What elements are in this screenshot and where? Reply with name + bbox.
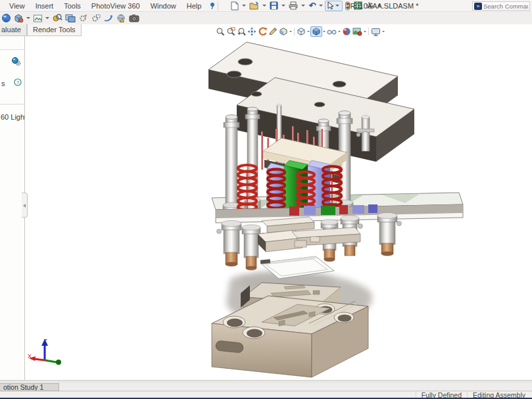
search-input[interactable] xyxy=(483,3,528,10)
new-caret[interactable] xyxy=(242,5,246,7)
menu-bar: View Insert Tools PhotoView 360 Window H… xyxy=(0,0,532,12)
model-exploded-assembly[interactable] xyxy=(208,42,463,377)
print-icon[interactable] xyxy=(287,1,299,11)
pan-icon[interactable] xyxy=(247,26,257,37)
menus: View Insert Tools PhotoView 360 Window H… xyxy=(4,0,206,12)
panel-collapse-handle[interactable] xyxy=(22,193,28,218)
apply-scene-caret[interactable] xyxy=(364,31,366,32)
orientation-triad: Z X xyxy=(28,338,61,365)
preview-window-icon[interactable] xyxy=(64,12,77,24)
tab-evaluate[interactable]: aluate xyxy=(0,24,27,36)
panel-text-fragment: s xyxy=(1,80,5,87)
recall-last-render-globe-icon[interactable] xyxy=(115,12,128,24)
graphics-area[interactable]: aluate Render Tools s ? 60 Lightin xyxy=(0,24,532,380)
view-orientation-icon[interactable] xyxy=(296,26,306,37)
motion-study-tab-bar: otion Study 1 xyxy=(0,383,532,391)
render-options-camera-icon[interactable] xyxy=(128,12,141,24)
search-logo-icon: » xyxy=(474,3,482,10)
edit-decal-caret[interactable] xyxy=(45,17,49,19)
status-bar: Fully Defined Editing Assembly xyxy=(0,391,532,398)
edit-decal-icon[interactable] xyxy=(32,12,44,24)
apply-scene-icon[interactable] xyxy=(352,26,363,37)
help-icon[interactable]: ? xyxy=(14,78,22,86)
pin-icon[interactable] xyxy=(209,2,216,10)
select-cursor-icon xyxy=(327,1,334,10)
menu-photoview-360[interactable]: PhotoView 360 xyxy=(86,0,145,12)
tab-render-tools[interactable]: Render Tools xyxy=(27,24,82,36)
menu-window[interactable]: Window xyxy=(145,0,181,12)
save-icon[interactable] xyxy=(268,1,279,11)
tab-motion-study-1[interactable]: otion Study 1 xyxy=(0,383,59,391)
menu-help[interactable]: Help xyxy=(181,0,207,12)
open-caret[interactable] xyxy=(262,5,266,7)
previous-view-icon[interactable] xyxy=(236,26,247,37)
view-settings-caret[interactable] xyxy=(382,31,385,32)
menu-view[interactable]: View xyxy=(4,0,30,12)
copy-appearance-caret[interactable] xyxy=(26,17,30,19)
save-caret[interactable] xyxy=(281,5,285,7)
schedule-render-swoosh-icon[interactable] xyxy=(102,12,115,24)
select-caret[interactable] xyxy=(335,5,339,7)
integrated-preview-icon[interactable] xyxy=(51,12,64,24)
render-tools-toolbar xyxy=(0,12,532,24)
render-region-gear-icon[interactable] xyxy=(89,12,102,24)
print-caret[interactable] xyxy=(301,5,305,7)
section-caret[interactable] xyxy=(289,31,292,32)
new-document-icon[interactable] xyxy=(230,1,240,11)
document-title: JR010AAA.SLDASM * xyxy=(347,0,418,12)
display-style-caret[interactable] xyxy=(323,31,326,32)
copy-appearance-box-icon[interactable] xyxy=(12,12,25,24)
menu-insert[interactable]: Insert xyxy=(30,0,59,12)
edit-appearance-sphere-icon[interactable] xyxy=(0,12,12,24)
final-render-gear-icon[interactable] xyxy=(77,12,89,24)
undo-icon[interactable]: ↶ xyxy=(307,1,317,11)
hide-show-caret[interactable] xyxy=(338,31,341,32)
view-orientation-caret[interactable] xyxy=(307,31,310,32)
svg-text:Z: Z xyxy=(43,338,47,344)
open-file-icon[interactable] xyxy=(248,1,260,11)
collapse-arrow-icon xyxy=(23,204,26,208)
menu-tools[interactable]: Tools xyxy=(59,0,86,12)
solidworks-window: View Insert Tools PhotoView 360 Window H… xyxy=(0,0,532,399)
zoom-to-fit-icon[interactable] xyxy=(215,26,226,37)
edit-appearance-icon[interactable] xyxy=(341,26,352,37)
commandmanager-tabs: aluate Render Tools xyxy=(0,24,82,36)
dynamic-annotation-icon[interactable] xyxy=(268,26,278,37)
photoview-options-icon[interactable] xyxy=(11,57,21,66)
rotate-view-icon[interactable] xyxy=(257,26,268,37)
undo-caret[interactable] xyxy=(319,5,323,7)
zoom-to-area-icon[interactable] xyxy=(226,26,236,37)
display-style-icon[interactable] xyxy=(310,26,322,37)
select-tool-pressed[interactable] xyxy=(325,1,343,11)
svg-text:X: X xyxy=(28,353,32,360)
view-settings-icon[interactable] xyxy=(370,26,381,37)
section-view-icon[interactable] xyxy=(278,26,289,37)
svg-text:?: ? xyxy=(16,80,20,85)
heads-up-view-toolbar xyxy=(215,26,385,37)
search-commands-box[interactable]: » xyxy=(472,1,530,11)
model-viewport[interactable]: Z X xyxy=(0,24,532,380)
hide-show-items-icon[interactable] xyxy=(326,26,337,37)
tree-item-photoview-lighting-fragment[interactable]: 60 Lightin xyxy=(1,113,25,121)
